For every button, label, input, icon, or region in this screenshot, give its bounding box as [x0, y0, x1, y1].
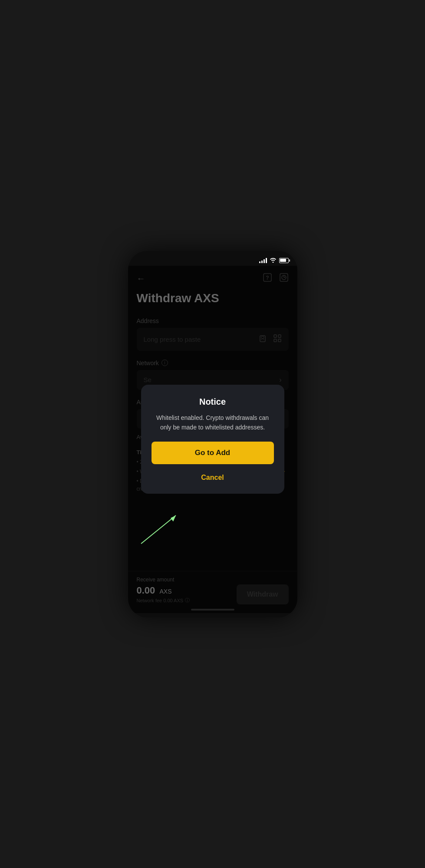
status-bar	[128, 251, 297, 266]
modal-body: Whitelist enabled. Crypto withdrawals ca…	[152, 413, 274, 432]
wifi-icon	[270, 257, 277, 264]
modal-box: Notice Whitelist enabled. Crypto withdra…	[141, 385, 284, 494]
go-to-add-button[interactable]: Go to Add	[152, 442, 274, 464]
arrow-annotation	[137, 511, 184, 546]
signal-icon	[259, 258, 267, 263]
svg-line-12	[141, 515, 176, 544]
cancel-button[interactable]: Cancel	[152, 470, 274, 485]
modal-overlay: Notice Whitelist enabled. Crypto withdra…	[128, 266, 297, 613]
svg-marker-13	[171, 515, 176, 521]
modal-title: Notice	[152, 397, 274, 407]
battery-icon	[279, 258, 289, 263]
